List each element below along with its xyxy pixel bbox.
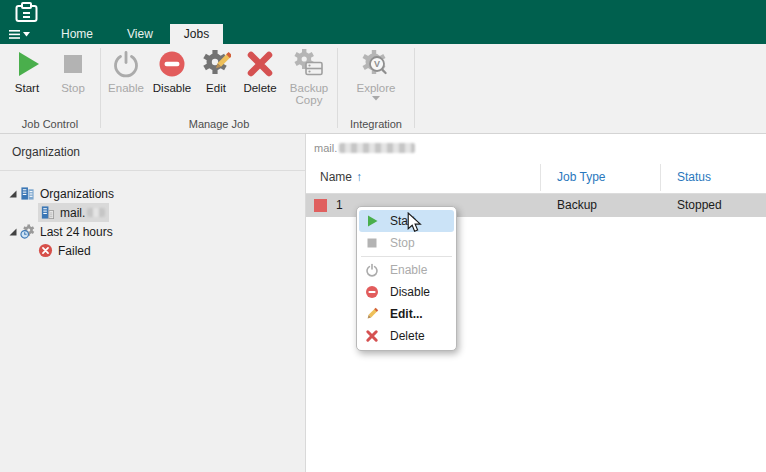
tab-view[interactable]: View [110, 24, 170, 44]
menu-item-label: Edit... [390, 307, 423, 321]
start-icon [12, 49, 42, 79]
expander-icon[interactable] [8, 227, 18, 237]
organization-panel: Organization Organizations [0, 134, 306, 472]
title-bar [0, 0, 766, 24]
ribbon-group-label: Job Control [0, 118, 100, 130]
ribbon-disable-button[interactable]: Disable [150, 47, 194, 106]
tree-item-label: mail. [60, 206, 85, 220]
enable-icon [365, 263, 379, 277]
ribbon-button-label: Stop [61, 82, 85, 94]
context-menu-edit[interactable]: Edit... [359, 303, 454, 325]
disable-icon [365, 285, 379, 299]
job-name-cell: 1 [336, 198, 343, 212]
main-menu-button[interactable] [0, 24, 38, 44]
organizations-icon [20, 186, 35, 201]
tree-selection-highlight: mail. [38, 203, 109, 222]
last-24-hours-icon [20, 224, 35, 239]
edit-icon [365, 307, 379, 321]
column-header-status[interactable]: Status [677, 170, 711, 184]
organization-panel-title: Organization [0, 134, 305, 171]
column-label: Name [320, 170, 352, 184]
redacted-text [339, 143, 415, 153]
organization-tree: Organizations [0, 171, 305, 260]
edit-icon [201, 49, 231, 79]
jobs-table-header: Name↑ Job Type Status [306, 161, 766, 194]
menu-item-label: Enable [390, 263, 427, 277]
tree-item-failed[interactable]: Failed [0, 241, 305, 260]
context-menu-enable[interactable]: Enable [359, 259, 454, 281]
veeam-logo-icon [15, 2, 39, 23]
ribbon-group-integration: V Explore Integration [338, 44, 414, 133]
redacted-text [87, 208, 105, 217]
column-separator[interactable] [540, 164, 541, 191]
organization-icon [40, 205, 55, 220]
explore-icon: V [361, 49, 391, 79]
ribbon-tab-strip: Home View Jobs [0, 24, 766, 44]
tree-item-organizations[interactable]: Organizations [0, 184, 305, 203]
svg-text:V: V [374, 59, 380, 69]
ribbon-group-label: Integration [338, 118, 414, 130]
dropdown-caret-icon [372, 96, 380, 101]
backup-copy-icon [294, 49, 324, 79]
tab-home[interactable]: Home [44, 24, 110, 44]
job-type-cell: Backup [557, 198, 597, 212]
tree-item-last-24-hours[interactable]: Last 24 hours [0, 222, 305, 241]
ribbon-group-manage-job: Enable Disable [101, 44, 337, 133]
column-separator[interactable] [660, 164, 661, 191]
ribbon: Start Stop Job Control Enable [0, 44, 766, 134]
menu-item-label: Disable [390, 285, 430, 299]
ribbon-enable-button[interactable]: Enable [104, 47, 148, 106]
ribbon-button-label: Explore [357, 82, 396, 94]
failed-icon [38, 243, 53, 258]
ribbon-group-label: Manage Job [101, 118, 337, 130]
tab-jobs[interactable]: Jobs [170, 24, 223, 44]
job-status-cell: Stopped [677, 198, 722, 212]
menu-item-label: Delete [390, 329, 425, 343]
tree-item-label: Last 24 hours [40, 225, 113, 239]
ribbon-group-separator [414, 48, 415, 128]
ribbon-button-label: Backup Copy [284, 82, 334, 106]
application-window: Home View Jobs Start Stop Job [0, 0, 766, 472]
disable-icon [157, 49, 187, 79]
job-icon [314, 199, 327, 212]
tree-item-label: Organizations [40, 187, 114, 201]
menu-item-label: Stop [390, 236, 415, 250]
stop-icon [58, 49, 88, 79]
start-icon [365, 214, 379, 228]
breadcrumb-text: mail. [314, 142, 337, 154]
ribbon-button-label: Enable [108, 82, 144, 94]
hamburger-icon [9, 30, 20, 39]
delete-icon [245, 49, 275, 79]
ribbon-edit-button[interactable]: Edit [196, 47, 236, 106]
ribbon-delete-button[interactable]: Delete [238, 47, 282, 106]
chevron-down-icon [23, 32, 30, 37]
context-menu-stop[interactable]: Stop [359, 232, 454, 254]
stop-icon [365, 236, 379, 250]
ribbon-button-label: Start [15, 82, 39, 94]
menu-separator [361, 256, 452, 257]
breadcrumb: mail. [306, 134, 766, 161]
enable-icon [111, 49, 141, 79]
ribbon-explore-button[interactable]: V Explore [350, 47, 402, 101]
tree-item-label: Failed [58, 244, 91, 258]
ribbon-button-label: Edit [206, 82, 226, 94]
column-header-job-type[interactable]: Job Type [557, 170, 605, 184]
mouse-cursor [407, 212, 422, 234]
ribbon-group-job-control: Start Stop Job Control [0, 44, 100, 133]
context-menu-delete[interactable]: Delete [359, 325, 454, 347]
expander-icon[interactable] [8, 189, 18, 199]
ribbon-stop-button[interactable]: Stop [51, 47, 95, 94]
delete-icon [365, 329, 379, 343]
context-menu-disable[interactable]: Disable [359, 281, 454, 303]
ribbon-start-button[interactable]: Start [5, 47, 49, 94]
ribbon-backup-copy-button[interactable]: Backup Copy [284, 47, 334, 106]
tree-item-organization-mail[interactable]: mail. [0, 203, 305, 222]
column-header-name[interactable]: Name↑ [320, 170, 362, 184]
sort-ascending-icon: ↑ [356, 170, 362, 184]
ribbon-button-label: Disable [153, 82, 191, 94]
ribbon-button-label: Delete [243, 82, 276, 94]
